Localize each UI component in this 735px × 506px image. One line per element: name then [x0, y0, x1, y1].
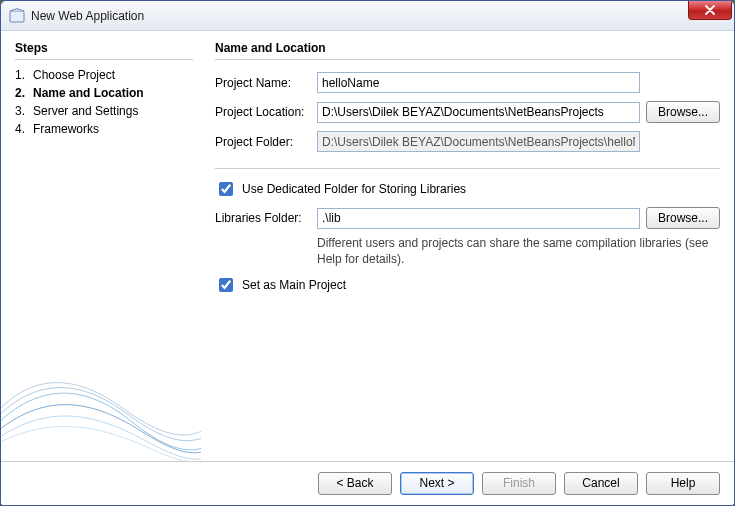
cancel-button[interactable]: Cancel — [564, 472, 638, 495]
step-item: 1.Choose Project — [15, 66, 193, 84]
titlebar[interactable]: New Web Application — [1, 1, 734, 31]
next-button[interactable]: Next > — [400, 472, 474, 495]
label-project-location: Project Location: — [215, 105, 311, 119]
app-icon — [9, 8, 25, 24]
input-project-location[interactable] — [317, 102, 640, 123]
step-item: 3.Server and Settings — [15, 102, 193, 120]
checkbox-set-main[interactable] — [219, 278, 233, 292]
row-set-main: Set as Main Project — [215, 275, 720, 295]
row-libraries-folder: Libraries Folder: Browse... — [215, 207, 720, 229]
svg-rect-0 — [10, 11, 24, 22]
close-icon — [704, 5, 716, 15]
input-project-name[interactable] — [317, 72, 640, 93]
divider — [215, 168, 720, 169]
step-item-current: 2.Name and Location — [15, 84, 193, 102]
input-project-folder — [317, 131, 640, 152]
window-title: New Web Application — [31, 9, 144, 23]
row-dedicated-folder: Use Dedicated Folder for Storing Librari… — [215, 179, 720, 199]
steps-list: 1.Choose Project 2.Name and Location 3.S… — [15, 66, 193, 138]
input-libraries-folder[interactable] — [317, 208, 640, 229]
row-project-name: Project Name: — [215, 72, 720, 93]
form-pane: Name and Location Project Name: Project … — [201, 31, 734, 461]
hint-text: Different users and projects can share t… — [317, 235, 720, 267]
step-item: 4.Frameworks — [15, 120, 193, 138]
label-project-name: Project Name: — [215, 76, 311, 90]
row-project-folder: Project Folder: — [215, 131, 720, 152]
label-set-main: Set as Main Project — [242, 278, 346, 292]
label-project-folder: Project Folder: — [215, 135, 311, 149]
finish-button: Finish — [482, 472, 556, 495]
browse-location-button[interactable]: Browse... — [646, 101, 720, 123]
close-button[interactable] — [688, 1, 732, 20]
row-project-location: Project Location: Browse... — [215, 101, 720, 123]
steps-pane: Steps 1.Choose Project 2.Name and Locati… — [1, 31, 201, 461]
footer: < Back Next > Finish Cancel Help — [1, 461, 734, 505]
browse-libraries-button[interactable]: Browse... — [646, 207, 720, 229]
back-button[interactable]: < Back — [318, 472, 392, 495]
label-dedicated-folder: Use Dedicated Folder for Storing Librari… — [242, 182, 466, 196]
form-heading: Name and Location — [215, 41, 720, 60]
decorative-wave — [1, 341, 201, 461]
help-button[interactable]: Help — [646, 472, 720, 495]
label-libraries-folder: Libraries Folder: — [215, 211, 311, 225]
checkbox-dedicated-folder[interactable] — [219, 182, 233, 196]
dialog-body: Steps 1.Choose Project 2.Name and Locati… — [1, 31, 734, 461]
dialog-window: New Web Application Steps 1.Choose Proje… — [0, 0, 735, 506]
steps-heading: Steps — [15, 41, 193, 60]
